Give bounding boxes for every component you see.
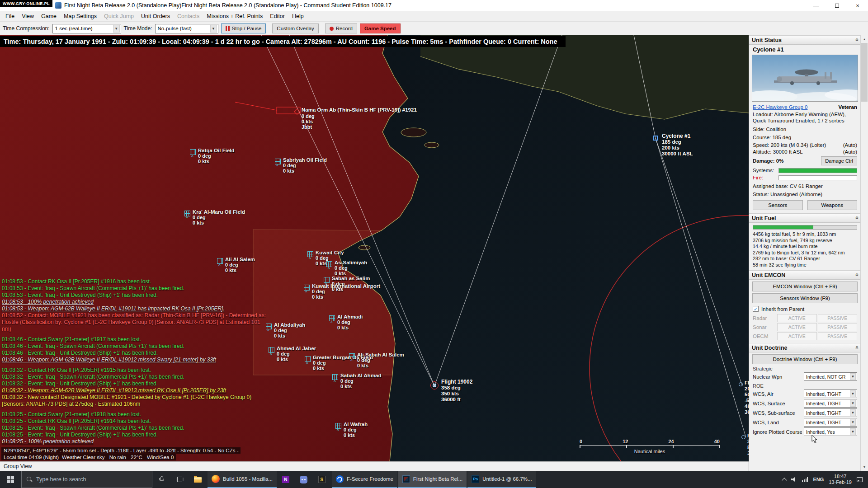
record-button[interactable]: Record [325,23,357,33]
unit-status-header[interactable]: Unit Status » [749,35,861,45]
damage-ctrl-button[interactable]: Damage Ctrl [821,156,857,165]
log-entry: 01:08:46 - Contact Swary [21-meter] #191… [2,336,269,343]
map-facility-ali-sabah-al-salem[interactable]: ^Ali Sabah Al Salem0 deg0 kts [349,353,355,362]
taskbar-pinned-discord[interactable] [295,471,313,488]
time-mode-select[interactable]: No-pulse (fast) ▼ [155,24,218,33]
maximize-button[interactable] [826,0,847,11]
map-hostile-contact[interactable]: Nama Orm Ab(Thin-Skin B HF [PRV-16]) #19… [295,109,299,114]
unit-doctrine-header[interactable]: Unit Doctrine » [749,343,861,352]
emcon-passive-button[interactable]: PASSIVE [818,323,858,331]
fuel-info-line: 58 min 32 sec flying time [749,262,861,268]
doctrine-select-wcs-air[interactable]: Inherited, TIGHT▼ [804,389,857,398]
map-edge-contact-1[interactable]: Fligh201 d500 kt-5205480 kt36000 [739,382,743,386]
taskbar-app-firefox[interactable]: Build 1055 - Mozilla... [208,471,277,488]
menu-file[interactable]: File [2,11,18,22]
map-facility-al-wafrah[interactable]: ^Al Wafrah0 deg0 kts [335,423,341,432]
game-speed-button[interactable]: Game Speed [360,23,401,33]
collapse-icon[interactable]: » [854,274,860,276]
map-facility-kra-al-maru-oil-field[interactable]: ^Kra' Al-Maru Oil Field0 deg0 kts [184,211,190,220]
taskbar-app-photoshop[interactable]: Untitled-1 @ 66.7%... [467,471,536,488]
map-view[interactable]: Time: Thursday, 17 January 1991 - Zulu: … [0,35,749,461]
aircraft-icon [739,382,743,386]
unit-fuel-header[interactable]: Unit Fuel » [749,213,861,223]
start-button[interactable] [0,471,21,488]
menu-missions-ref-points[interactable]: Missions + Ref. Points [203,11,266,22]
map-aircraft-cyclone-1[interactable]: Cyclone #1185 deg200 kts30000 ft ASL [653,136,658,141]
doctrine-select-wcs-sub-surface[interactable]: Inherited, TIGHT▼ [804,408,857,417]
doctrine-window-button[interactable]: Doctrine Window (Ctrl + F9) [752,354,858,364]
fire-label: Fire: [753,175,776,180]
unit-emcon-header[interactable]: Unit EMCON » [749,270,861,280]
mic-button[interactable] [152,471,170,488]
menu-view[interactable]: View [18,11,38,22]
close-button[interactable]: × [847,0,868,11]
menu-editor[interactable]: Editor [266,11,288,22]
cursor-status-line: N29°08'50", E49°16'29" - 55nm from sel -… [1,447,241,454]
speaker-icon[interactable] [791,477,797,482]
windows-start-icon [7,476,14,483]
menu-contacts[interactable]: Contacts [174,11,203,22]
tray-chevron-icon[interactable] [782,478,787,483]
emcon-passive-button[interactable]: PASSIVE [818,314,858,322]
map-facility-al-ahmadi[interactable]: ^Al Ahmadi0 deg0 kts [329,315,335,324]
taskbar-pinned-file-explorer[interactable] [189,471,207,488]
window-title: First Night Beta Release 2.0 (Standalone… [64,2,392,9]
damage-value: 0% [776,158,784,164]
map-facility-kuwait-international-airport[interactable]: ^Kuwait International Airport0 deg0 kts [304,285,310,294]
taskbar-pinned-onenote[interactable] [277,471,295,488]
emcon-active-button[interactable]: ACTIVE [777,314,817,322]
title-bar: WWW.GRY-ONLINE.PL First Night Beta Relea… [0,0,868,11]
doctrine-select-wcs-surface[interactable]: Inherited, TIGHT▼ [804,399,857,408]
sensors-button[interactable]: Sensors [753,200,803,210]
doctrine-select-wcs-land[interactable]: Inherited, TIGHT▼ [804,418,857,427]
time-mode-label: Time Mode: [124,25,152,32]
unit-name: Cyclone #1 [749,45,861,54]
inherit-from-parent-checkbox[interactable]: ✓ Inherit from Parent [749,303,861,314]
custom-overlay-button[interactable]: Custom Overlay [272,23,318,33]
menu-unit-orders[interactable]: Unit Orders [137,11,174,22]
map-facility-as-salimiyah[interactable]: ^As-Salimiyah0 deg0 kts [326,261,332,270]
language-indicator[interactable]: ENG [813,477,824,482]
taskbar-pinned-app-s[interactable] [313,471,331,488]
action-center-icon[interactable] [857,477,863,482]
taskbar-app-f-secure[interactable]: F-Secure Freedome [332,471,397,488]
collapse-icon[interactable]: » [854,347,860,349]
map-edge-contact-2[interactable]: Fist31 d500360 [741,435,745,439]
emcon-active-button[interactable]: ACTIVE [777,332,817,340]
taskbar-search[interactable]: Type here to search [21,471,152,488]
emcon-active-button[interactable]: ACTIVE [777,323,817,331]
taskbar-app-first-night[interactable]: First Night Beta Rel... [398,471,467,488]
stop-pause-button[interactable]: Stop / Pause [221,23,266,33]
emcon-sensor-label: OECM [753,333,776,339]
scroll-up-icon[interactable]: ▲ [861,35,868,43]
time-compression-select[interactable]: 1 sec (real-time) ▼ [52,24,121,33]
map-facility-sabriyah-oil-field[interactable]: ^Sabriyah Oil Field0 deg0 kts [275,159,281,168]
weapons-button[interactable]: Weapons [807,200,858,210]
taskbar-clock[interactable]: 18:47 13-Feb-19 [829,474,852,485]
minimize-button[interactable]: — [806,0,826,11]
group-link[interactable]: E-2C Hawkeye Group 0 [753,104,807,110]
menu-map-settings[interactable]: Map Settings [60,11,100,22]
map-facility-greater-burgan-oil-field[interactable]: ^Greater Burgan Oil Field0 deg0 kts [305,356,311,365]
emcon-passive-button[interactable]: PASSIVE [818,332,858,340]
map-facility-sabah-al-ahmad[interactable]: ^Sabah Al Ahmad0 deg0 kts [332,374,338,383]
task-view-button[interactable] [170,471,189,488]
map-aircraft-flight-19002[interactable]: Flight 19002358 deg350 kts36000 ft [430,381,439,389]
doctrine-select-ignore-plotted-course[interactable]: Inherited, Yes▼ [804,427,857,436]
doctrine-select-nuclear-wpn[interactable]: Inherited, NOT GR▼ [804,372,857,381]
scrollbar-thumb[interactable] [861,43,868,102]
menu-quick-jump[interactable]: Quick Jump [100,11,137,22]
collapse-icon[interactable]: » [854,217,860,219]
menu-game[interactable]: Game [38,11,60,22]
network-icon[interactable] [802,477,808,482]
map-facility-kuwait-city[interactable]: ^Kuwait City0 deg0 kts [307,251,313,260]
collapse-icon[interactable]: » [854,39,860,41]
sidebar-scrollbar[interactable]: ▲ ▼ [860,35,868,471]
sensors-window-button[interactable]: Sensors Window (F9) [752,293,858,303]
map-facility-ratqa-oil-field[interactable]: ^Ratqa Oil Field0 deg0 kts [190,149,196,158]
scroll-down-icon[interactable]: ▼ [861,463,868,471]
menu-help[interactable]: Help [288,11,307,22]
emcon-window-button[interactable]: EMCON Window (Ctrl + F9) [752,282,858,291]
map-facility-ali-al-salem[interactable]: ^Ali Al Salem0 deg0 kts [217,258,223,267]
facility-caret-icon: ^ [186,216,190,220]
